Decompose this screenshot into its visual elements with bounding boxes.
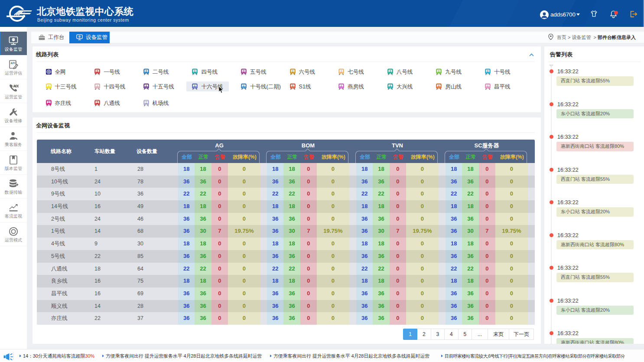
svg-text:AFC: AFC [10, 62, 16, 65]
svg-text:ACC: ACC [13, 85, 19, 88]
